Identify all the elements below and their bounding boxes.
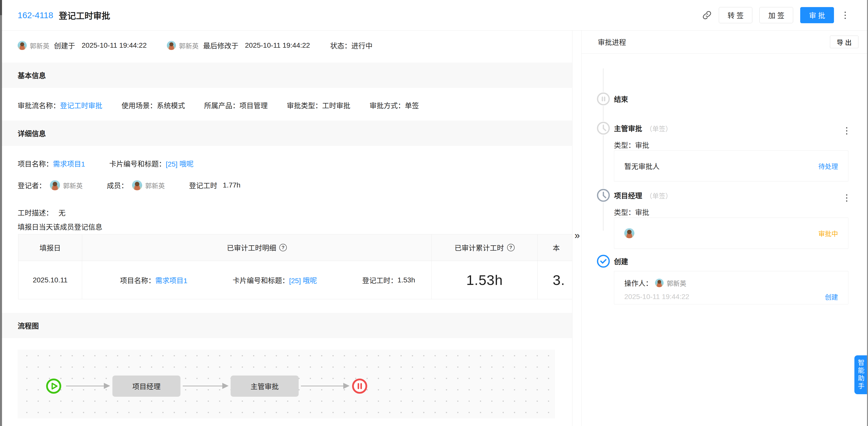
basic-info-fields: 审批流名称：登记工时审批 使用场景：系统模式 所属产品：项目管理 审批类型：工时… xyxy=(18,98,419,112)
step-type: 类型：审批 xyxy=(614,207,649,217)
approval-detail-page: 162-4118 登记工时审批 转 签 加 签 审 批 郭新英 创建于 2025… xyxy=(0,0,868,426)
active-clock-icon xyxy=(596,188,611,202)
step-supervisor: 主管审批 （单签） xyxy=(614,121,672,135)
modified-time: 2025-10-11 19:44:22 xyxy=(245,41,310,50)
card-link[interactable]: [25] 哦呢 xyxy=(166,159,193,169)
modifier-avatar xyxy=(167,41,176,50)
desc-value: 无 xyxy=(59,207,65,218)
no-approver-text: 暂无审批人 xyxy=(624,161,659,171)
sidebar-title: 审批进程 xyxy=(598,37,626,47)
flow-arrow xyxy=(183,386,222,387)
field-label: 审批类型： xyxy=(287,100,322,110)
table-caption: 填报日当天该成员登记信息 xyxy=(18,220,102,234)
row-card-link[interactable]: [25] 哦呢 xyxy=(289,275,317,285)
registrant-label: 登记者： xyxy=(18,180,46,190)
sign-mode-tag: （单签） xyxy=(646,191,672,200)
cell-next: 3. xyxy=(537,261,572,299)
meta-row: 郭新英 创建于 2025-10-11 19:44:22 郭新英 最后修改于 20… xyxy=(18,37,372,54)
copy-link-icon[interactable] xyxy=(702,10,712,20)
step-created: 创建 xyxy=(614,254,628,268)
modified-label: 最后修改于 xyxy=(203,40,239,51)
detail-info-title: 详细信息 xyxy=(18,128,46,138)
approval-progress-sidebar: 审批进程 导 出 结束 主管审批 （单签） xyxy=(582,31,867,426)
flow-start-icon xyxy=(46,378,62,394)
sign-mode-tag: （单签） xyxy=(646,124,672,133)
field-value: 系统模式 xyxy=(157,100,185,110)
operator-line: 操作人： 郭新英 xyxy=(624,278,838,288)
created-time: 2025-10-11 19:44:22 xyxy=(82,41,147,50)
operator-avatar xyxy=(655,279,663,287)
workflow-name-link[interactable]: 登记工时审批 xyxy=(60,100,102,110)
created-timestamp: 2025-10-11 19:44:22 xyxy=(624,293,689,301)
step-type: 类型：审批 xyxy=(614,140,649,150)
flow-node-supervisor: 主管审批 xyxy=(230,375,299,397)
col-date-header: 填报日 xyxy=(19,234,82,261)
approval-timeline: 结束 主管审批 （单签） 类型：审批 暂无审批人 待处理 xyxy=(582,54,867,426)
status-value: 进行中 xyxy=(351,40,372,51)
creator-avatar xyxy=(18,41,27,50)
flow-arrow xyxy=(301,386,343,387)
end-pause-icon xyxy=(596,92,611,106)
registrant-avatar xyxy=(50,180,60,190)
ticket-id-link[interactable]: 162-4118 xyxy=(18,10,53,20)
col-next-header: 本 xyxy=(537,234,572,261)
card-label: 卡片编号和标题： xyxy=(110,159,166,169)
created-action-link: 创建 xyxy=(825,292,838,301)
field-value: 单签 xyxy=(405,100,419,110)
transfer-sign-button[interactable]: 转 签 xyxy=(719,7,752,23)
hours-value: 1.77h xyxy=(223,181,241,189)
project-link[interactable]: 需求项目1 xyxy=(53,159,85,169)
flow-node-project-manager: 项目经理 xyxy=(113,375,181,397)
field-label: 审批方式： xyxy=(370,100,405,110)
table-header-row: 填报日 已审计工时明细? 已审计累计工时? 本 xyxy=(19,234,572,261)
created-card: 操作人： 郭新英 2025-10-11 19:44:22 创建 xyxy=(614,271,848,304)
registration-table-clip: 填报日 已审计工时明细? 已审计累计工时? 本 2025.10.11 项目名称：… xyxy=(18,234,572,300)
field-label: 所属产品： xyxy=(204,100,240,110)
pending-clock-icon xyxy=(596,121,611,135)
creator-name: 郭新英 xyxy=(30,41,50,50)
created-check-icon xyxy=(596,254,611,268)
approver-avatar xyxy=(624,228,634,238)
hours-label: 登记工时 xyxy=(189,180,217,190)
registrant-name: 郭新英 xyxy=(63,181,83,190)
flowchart-title: 流程图 xyxy=(18,320,39,331)
help-icon[interactable]: ? xyxy=(279,244,287,251)
col-total-header: 已审计累计工时? xyxy=(432,234,537,261)
row-project-link[interactable]: 需求项目1 xyxy=(155,275,187,285)
status-pending: 待处理 xyxy=(818,161,838,171)
status-in-approval: 审批中 xyxy=(818,229,838,238)
cell-detail: 项目名称：需求项目1 卡片编号和标题：[25] 哦呢 登记工时：1.53h xyxy=(82,261,432,299)
window-right-edge xyxy=(867,0,868,426)
add-sign-button[interactable]: 加 签 xyxy=(760,7,793,23)
member-label: 成员： xyxy=(107,180,128,190)
page-title: 登记工时审批 xyxy=(59,9,110,22)
basic-info-title: 基本信息 xyxy=(18,70,46,80)
operator-label: 操作人： xyxy=(624,278,652,288)
ai-assistant-tab[interactable]: 智能助手 xyxy=(855,355,867,394)
col-detail-header: 已审计工时明细? xyxy=(82,234,432,261)
help-icon[interactable]: ? xyxy=(507,244,515,251)
desc-label: 工时描述： xyxy=(18,207,53,218)
detail-info-section-header: 详细信息 xyxy=(2,121,572,146)
more-actions-icon[interactable] xyxy=(841,9,849,22)
flow-end-icon xyxy=(352,378,368,394)
cell-total: 1.53h xyxy=(432,261,537,299)
field-value: 项目管理 xyxy=(240,100,268,110)
export-button[interactable]: 导 出 xyxy=(830,35,859,48)
window-left-edge xyxy=(0,0,2,426)
approve-button[interactable]: 审 批 xyxy=(800,7,834,23)
registration-table: 填报日 已审计工时明细? 已审计累计工时? 本 2025.10.11 项目名称：… xyxy=(18,234,572,299)
sidebar-header: 审批进程 导 出 xyxy=(582,31,867,54)
approver-card: 暂无审批人 待处理 xyxy=(614,150,848,181)
created-label: 创建于 xyxy=(54,40,75,51)
header-bar: 162-4118 登记工时审批 转 签 加 签 审 批 xyxy=(2,0,867,31)
step-menu-icon[interactable] xyxy=(842,192,851,204)
member-name: 郭新英 xyxy=(145,181,165,190)
detail-row-project: 项目名称：需求项目1 卡片编号和标题：[25] 哦呢 xyxy=(18,157,193,171)
flowchart-canvas: 项目经理 主管审批 xyxy=(18,349,555,419)
collapse-sidebar-icon[interactable]: » xyxy=(572,230,582,241)
step-menu-icon[interactable] xyxy=(842,125,851,137)
project-label: 项目名称： xyxy=(18,159,53,169)
step-project-manager: 项目经理 （单签） xyxy=(614,188,672,202)
detail-row-members: 登记者： 郭新英 成员： 郭新英 登记工时1.77h xyxy=(18,178,241,192)
